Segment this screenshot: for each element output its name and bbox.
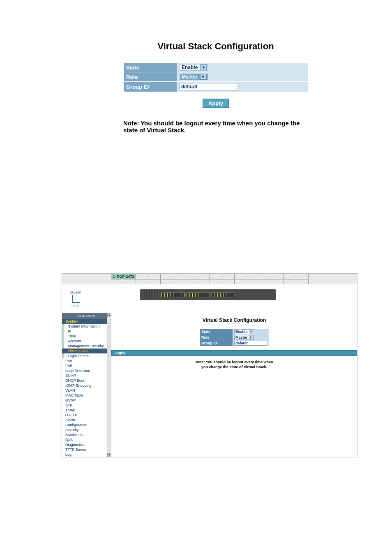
nav-item-vlan[interactable]: VLAN — [62, 388, 111, 393]
switch-port-block — [161, 293, 235, 297]
nav-item-security[interactable]: Security — [62, 427, 111, 432]
state-label: State — [124, 63, 177, 72]
nav-item-snmp[interactable]: SNMP — [62, 373, 111, 378]
nav-item-login-protect[interactable]: Login Protect — [62, 353, 111, 358]
chevron-down-icon: ▾ — [249, 335, 253, 339]
device-tab-empty[interactable]: ---- — [185, 274, 210, 279]
device-tab-empty[interactable]: ---- — [210, 274, 235, 279]
device-tab-empty[interactable]: ---- — [161, 279, 185, 284]
chevron-down-icon: ▾ — [200, 74, 207, 80]
nav-item-gvrp[interactable]: GVRP — [62, 398, 111, 403]
scroll-down-icon[interactable]: ▾ — [107, 453, 111, 457]
nav-item-loop-detection[interactable]: Loop Detection — [62, 368, 111, 373]
switch-admin-window: 1_FGP-2472 ---- ---- ---- ---- ---- ----… — [62, 273, 357, 457]
apply-button[interactable]: Apply — [111, 350, 357, 356]
device-tab-empty[interactable]: ---- — [111, 279, 136, 284]
role-select-value: Master — [182, 74, 198, 80]
nav-item-configuration[interactable]: Configuration — [62, 422, 111, 427]
chevron-down-icon: ▾ — [249, 330, 253, 334]
switch-led-block — [143, 291, 159, 298]
nav-item-virtual-stack[interactable]: Virtual Stack — [62, 349, 111, 353]
nav-item-log[interactable]: Log — [62, 452, 111, 457]
group-id-label: Group ID — [200, 340, 233, 346]
nav-item-time[interactable]: Time — [62, 334, 111, 339]
nav-item-igmp-snooping[interactable]: IGMP Snooping — [62, 383, 111, 388]
device-tab-empty[interactable]: ---- — [284, 274, 309, 279]
sidebar-scrollbar[interactable]: ▴ ▾ — [107, 313, 111, 457]
brand-logo-text: levelP — [70, 290, 81, 295]
config-note-line: Note: You should be logout every time wh… — [111, 360, 357, 365]
header-banner: levelP one — [62, 284, 357, 313]
state-select-value: Enable — [182, 65, 198, 70]
device-tab-empty[interactable]: ---- — [259, 279, 284, 284]
config-note: Note: You should be logout every time wh… — [111, 360, 357, 369]
nav-item-alarm[interactable]: Alarm — [62, 418, 111, 422]
main-content: Virtual Stack Configuration State Enable… — [111, 313, 357, 457]
device-tab-empty[interactable]: ---- — [136, 279, 161, 284]
nav-item-bandwidth[interactable]: Bandwidth — [62, 432, 111, 437]
state-select[interactable]: Enable ▾ — [180, 64, 208, 71]
brand-logo: levelP one — [70, 290, 81, 308]
brand-logo-icon — [72, 295, 80, 303]
switch-front-panel — [140, 289, 276, 300]
virtual-stack-config-panel: Virtual Stack Configuration State Enable… — [123, 41, 308, 134]
config-note: Note: You should be logout every time wh… — [123, 120, 308, 134]
config-table: State Enable ▾ Role Master ▾ — [200, 329, 269, 346]
apply-button[interactable]: Apply — [203, 99, 229, 108]
nav-item-system-information[interactable]: System Information — [62, 324, 111, 329]
group-id-input[interactable]: default — [234, 341, 267, 346]
chevron-down-icon: ▾ — [200, 65, 207, 70]
nav-item-poe[interactable]: PoE — [62, 363, 111, 368]
device-tab-empty[interactable]: ---- — [210, 279, 235, 284]
page-title: Virtual Stack Configuration — [123, 41, 308, 52]
page-title: Virtual Stack Configuration — [111, 317, 357, 323]
nav-item-tftp-server[interactable]: TFTP Server — [62, 447, 111, 452]
nav-item-account[interactable]: Account — [62, 339, 111, 344]
nav-item-trunk[interactable]: Trunk — [62, 408, 111, 413]
device-tab-empty[interactable]: ---- — [284, 279, 309, 284]
state-label: State — [200, 329, 233, 335]
scroll-up-icon[interactable]: ▴ — [107, 313, 111, 317]
device-tab-empty[interactable]: ---- — [136, 274, 161, 279]
device-tab-empty[interactable]: ---- — [161, 274, 185, 279]
nav-item-mac-table[interactable]: MAC Table — [62, 393, 111, 398]
nav-item-ip[interactable]: IP — [62, 329, 111, 334]
state-select-value: Enable — [235, 330, 248, 334]
role-label: Role — [124, 72, 177, 82]
nav-item-qos[interactable]: QoS — [62, 437, 111, 442]
device-tab-empty[interactable]: ---- — [235, 279, 259, 284]
device-tab-empty[interactable]: ---- — [235, 274, 259, 279]
group-id-label: Group ID — [124, 82, 177, 92]
config-table: State Enable ▾ Role Master ▾ Group ID de… — [123, 62, 308, 92]
device-tab-strip: ---- ---- ---- ---- ---- ---- ---- ---- — [62, 279, 357, 284]
role-select[interactable]: Master ▾ — [234, 335, 254, 340]
nav-item-stp[interactable]: STP — [62, 403, 111, 408]
device-tab-empty[interactable]: ---- — [185, 279, 210, 284]
group-id-input[interactable]: default — [180, 83, 237, 90]
state-select[interactable]: Enable ▾ — [234, 329, 254, 334]
config-note-line: you change the state of Virtual Stack. — [111, 365, 357, 370]
nav-item-management-security[interactable]: Management Security — [62, 344, 111, 349]
role-select[interactable]: Master ▾ — [180, 74, 208, 80]
nav-item-802-1x[interactable]: 802.1X — [62, 413, 111, 418]
nav-item-system[interactable]: System — [62, 319, 111, 324]
role-select-value: Master — [235, 335, 247, 339]
role-label: Role — [200, 335, 233, 340]
sidebar-device-header: FGP-2472 — [62, 313, 111, 319]
nav-item-port[interactable]: Port — [62, 358, 111, 363]
device-tab-strip: 1_FGP-2472 ---- ---- ---- ---- ---- ----… — [62, 274, 357, 279]
nav-sidebar: FGP-2472 SystemSystem InformationIPTimeA… — [62, 313, 111, 457]
brand-logo-sub: one — [70, 304, 81, 308]
nav-item-dhcp-boot[interactable]: DHCP Boot — [62, 378, 111, 383]
device-tab-empty[interactable]: ---- — [259, 274, 284, 279]
nav-item-diagnostics[interactable]: Diagnostics — [62, 442, 111, 447]
device-tab-active[interactable]: 1_FGP-2472 — [111, 274, 136, 279]
